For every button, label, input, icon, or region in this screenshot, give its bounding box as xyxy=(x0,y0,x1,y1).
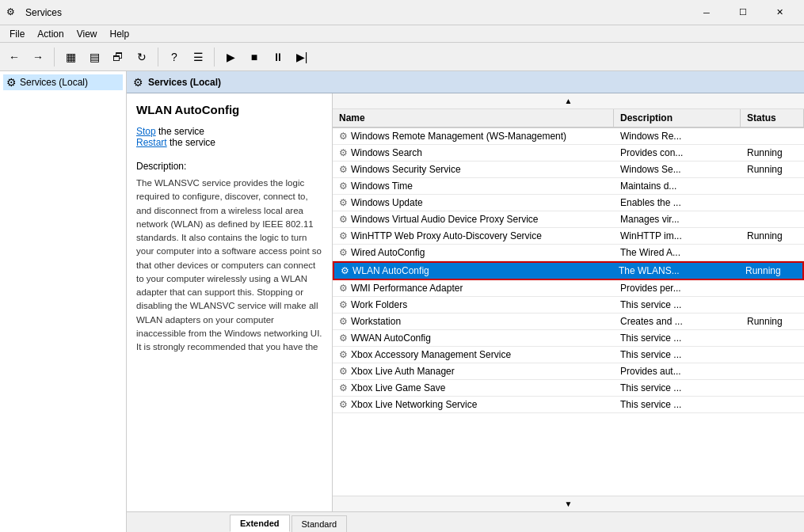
service-status-cell: Running xyxy=(741,145,804,161)
stop-button[interactable]: ■ xyxy=(243,46,265,68)
table-row[interactable]: ⚙Xbox Live Game SaveThis service ... xyxy=(333,380,804,397)
toolbar-separator-3 xyxy=(214,48,215,66)
service-name-text: Workstation xyxy=(351,316,401,327)
console-button-2[interactable]: ▤ xyxy=(83,46,105,68)
window-title: Services xyxy=(25,7,688,18)
console-button-1[interactable]: ▦ xyxy=(59,46,82,68)
service-name-text: Xbox Accessory Management Service xyxy=(351,349,511,360)
back-button[interactable]: ← xyxy=(3,46,25,68)
table-row[interactable]: ⚙WMI Performance AdapterProvides per... xyxy=(333,280,804,297)
gear-icon: ⚙ xyxy=(339,131,348,142)
scroll-down-button[interactable]: ▼ xyxy=(333,496,804,511)
close-button[interactable]: ✕ xyxy=(761,0,798,25)
right-panel: ▲ Name Description Status ⚙Windows Remot… xyxy=(333,93,804,511)
play-button[interactable]: ▶ xyxy=(219,46,242,68)
table-row[interactable]: ⚙Wired AutoConfigThe Wired A... xyxy=(333,245,804,261)
forward-button[interactable]: → xyxy=(27,46,49,68)
service-name-cell: ⚙WMI Performance Adapter xyxy=(333,280,614,296)
column-header-description[interactable]: Description xyxy=(614,109,741,127)
service-description-cell: This service ... xyxy=(614,330,741,346)
description-text: The WLANSVC service provides the logic r… xyxy=(136,177,322,354)
service-name-cell: ⚙Work Folders xyxy=(333,297,614,313)
menu-bar: File Action View Help xyxy=(0,25,804,43)
table-row[interactable]: ⚙WorkstationCreates and ...Running xyxy=(333,314,804,330)
column-header-name[interactable]: Name xyxy=(333,109,614,127)
properties-button[interactable]: ☰ xyxy=(187,46,209,68)
table-row[interactable]: ⚙Windows Virtual Audio Device Proxy Serv… xyxy=(333,211,804,228)
table-row[interactable]: ⚙Xbox Live Networking ServiceThis servic… xyxy=(333,397,804,413)
pause-button[interactable]: ⏸ xyxy=(267,46,289,68)
column-header-status[interactable]: Status xyxy=(741,109,804,127)
service-name-text: WWAN AutoConfig xyxy=(351,332,431,344)
service-description-cell: The Wired A... xyxy=(614,245,741,260)
service-description-cell: The WLANS... xyxy=(612,263,739,279)
table-row[interactable]: ⚙WWAN AutoConfigThis service ... xyxy=(333,330,804,347)
refresh-button[interactable]: ↻ xyxy=(131,46,153,68)
service-status-cell xyxy=(741,128,804,144)
service-name-cell: ⚙WWAN AutoConfig xyxy=(333,330,614,346)
service-name-text: Xbox Live Networking Service xyxy=(351,399,477,410)
service-status-cell: Running xyxy=(741,162,804,177)
sidebar-item-services-local[interactable]: ⚙ Services (Local) xyxy=(3,74,123,90)
table-row[interactable]: ⚙Work FoldersThis service ... xyxy=(333,297,804,314)
table-row[interactable]: ⚙Windows Remote Management (WS-Managemen… xyxy=(333,128,804,145)
table-row[interactable]: ⚙WinHTTP Web Proxy Auto-Discovery Servic… xyxy=(333,228,804,245)
content-header: ⚙ Services (Local) xyxy=(127,71,804,93)
menu-file[interactable]: File xyxy=(3,27,31,41)
menu-view[interactable]: View xyxy=(70,27,104,41)
gear-icon: ⚙ xyxy=(339,332,348,344)
menu-help[interactable]: Help xyxy=(104,27,136,41)
menu-action[interactable]: Action xyxy=(31,27,70,41)
service-name-cell: ⚙Xbox Live Networking Service xyxy=(333,397,614,412)
service-description-cell: Manages vir... xyxy=(614,211,741,227)
restart-service-link[interactable]: Restart xyxy=(136,137,167,148)
service-description-cell: Provides con... xyxy=(614,145,741,161)
gear-icon: ⚙ xyxy=(339,316,348,327)
service-status-cell xyxy=(741,363,804,379)
minimize-button[interactable]: ─ xyxy=(688,0,725,25)
maximize-button[interactable]: ☐ xyxy=(725,0,761,25)
gear-icon: ⚙ xyxy=(339,164,348,175)
table-row[interactable]: ⚙Windows Security ServiceWindows Se...Ru… xyxy=(333,162,804,178)
service-name-text: WLAN AutoConfig xyxy=(352,265,429,276)
service-name-cell: ⚙Xbox Live Auth Manager xyxy=(333,363,614,379)
scroll-up-button[interactable]: ▲ xyxy=(333,93,804,109)
restart-button[interactable]: ▶| xyxy=(291,46,313,68)
service-status-cell xyxy=(741,380,804,396)
service-name-cell: ⚙Windows Search xyxy=(333,145,614,161)
service-name-text: Windows Search xyxy=(351,147,422,158)
table-row[interactable]: ⚙Xbox Accessory Management ServiceThis s… xyxy=(333,347,804,363)
stop-service-link[interactable]: Stop xyxy=(136,126,156,137)
table-row[interactable]: ⚙WLAN AutoConfigThe WLANS...Running xyxy=(333,261,804,280)
services-icon: ⚙ xyxy=(6,76,17,89)
table-row[interactable]: ⚙Xbox Live Auth ManagerProvides aut... xyxy=(333,363,804,380)
tab-standard[interactable]: Standard xyxy=(291,515,348,532)
table-row[interactable]: ⚙Windows UpdateEnables the ... xyxy=(333,195,804,211)
service-description-cell: This service ... xyxy=(614,397,741,412)
service-name-cell: ⚙Windows Remote Management (WS-Managemen… xyxy=(333,128,614,144)
gear-icon: ⚙ xyxy=(339,349,348,360)
app-icon: ⚙ xyxy=(6,6,19,19)
restart-service-text: the service xyxy=(167,137,215,148)
service-status-cell xyxy=(741,245,804,260)
description-label: Description: xyxy=(136,161,322,172)
service-name-cell: ⚙Windows Virtual Audio Device Proxy Serv… xyxy=(333,211,614,227)
service-description-cell: This service ... xyxy=(614,347,741,363)
service-description-cell: Provides aut... xyxy=(614,363,741,379)
service-name-cell: ⚙Windows Update xyxy=(333,195,614,211)
table-row[interactable]: ⚙Windows SearchProvides con...Running xyxy=(333,145,804,162)
service-name-cell: ⚙WLAN AutoConfig xyxy=(334,263,612,279)
content-area: ⚙ Services (Local) WLAN AutoConfig Stop … xyxy=(127,71,804,532)
table-row[interactable]: ⚙Windows TimeMaintains d... xyxy=(333,178,804,195)
help-button[interactable]: ? xyxy=(163,46,185,68)
gear-icon: ⚙ xyxy=(339,283,348,294)
service-status-cell xyxy=(741,178,804,194)
tab-extended[interactable]: Extended xyxy=(230,515,290,532)
new-window-button[interactable]: 🗗 xyxy=(107,46,129,68)
gear-icon: ⚙ xyxy=(339,299,348,310)
main-container: ⚙ Services (Local) ⚙ Services (Local) WL… xyxy=(0,71,804,532)
gear-icon: ⚙ xyxy=(339,230,348,241)
service-name-text: WinHTTP Web Proxy Auto-Discovery Service xyxy=(351,230,542,241)
table-body: ⚙Windows Remote Management (WS-Managemen… xyxy=(333,128,804,496)
service-description-cell: Provides per... xyxy=(614,280,741,296)
